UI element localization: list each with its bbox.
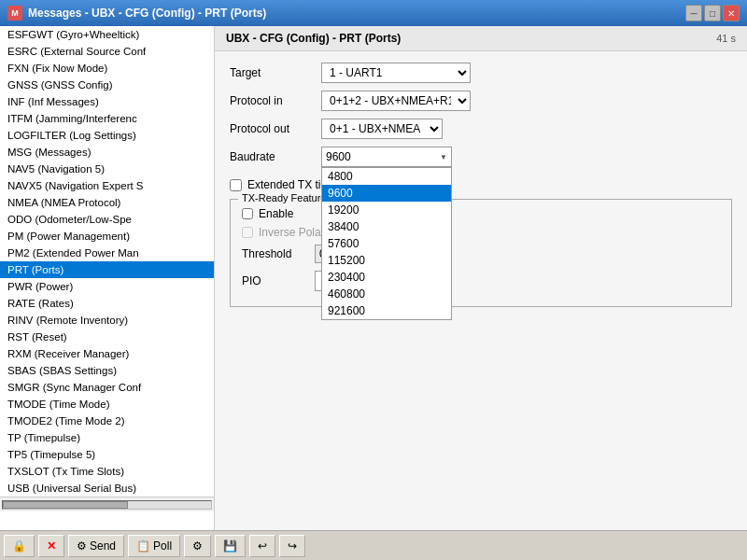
sidebar-item[interactable]: LOGFILTER (Log Settings) xyxy=(0,127,214,144)
sidebar-item[interactable]: RINV (Remote Inventory) xyxy=(0,312,214,329)
poll-label: Poll xyxy=(153,539,172,553)
baudrate-display[interactable]: 9600 ▼ xyxy=(321,147,452,167)
pio-row: PIO 0123 xyxy=(242,271,720,291)
baudrate-dropdown: 4800960019200384005760011520023040046080… xyxy=(321,167,452,320)
sidebar-item[interactable]: USB (Universal Serial Bus) xyxy=(0,480,214,497)
target-select[interactable]: 0 - I2C1 - UART12 - UART23 - USB4 - SPI xyxy=(321,63,471,83)
toolbar-icon3[interactable]: ↩ xyxy=(249,535,275,557)
send-button[interactable]: ⚙ Send xyxy=(68,535,124,557)
protocol-out-select[interactable]: 0 - UBX1 - NMEA0+1 - UBX+NMEA xyxy=(321,119,443,139)
sidebar-item[interactable]: RST (Reset) xyxy=(0,329,214,345)
sidebar-item[interactable]: TMODE (Time Mode) xyxy=(0,396,214,413)
send-icon: ⚙ xyxy=(77,539,87,553)
sidebar-horizontal-scrollbar[interactable] xyxy=(0,497,214,511)
content-header: UBX - CFG (Config) - PRT (Ports) 41 s xyxy=(215,26,747,51)
baudrate-label: Baudrate xyxy=(230,150,314,163)
sidebar-item[interactable]: GNSS (GNSS Config) xyxy=(0,77,214,93)
sidebar-item[interactable]: PM (Power Management) xyxy=(0,228,214,245)
target-row: Target 0 - I2C1 - UART12 - UART23 - USB4… xyxy=(230,63,732,83)
bottom-toolbar: 🔒 ✕ ⚙ Send 📋 Poll ⚙ 💾 ↩ ↪ xyxy=(0,530,747,560)
sidebar-item[interactable]: NAV5 (Navigation 5) xyxy=(0,161,214,177)
sidebar-item[interactable]: TP5 (Timepulse 5) xyxy=(0,446,214,463)
baudrate-option[interactable]: 460800 xyxy=(322,286,451,302)
protocol-out-label: Protocol out xyxy=(230,122,314,135)
sidebar-item[interactable]: ESFGWT (Gyro+Wheeltick) xyxy=(0,26,214,43)
poll-icon: 📋 xyxy=(136,539,150,553)
protocol-out-row: Protocol out 0 - UBX1 - NMEA0+1 - UBX+NM… xyxy=(230,119,732,139)
baudrate-row: Baudrate 9600 ▼ 480096001920038400576001… xyxy=(230,147,732,167)
baudrate-option[interactable]: 115200 xyxy=(322,252,451,269)
target-label: Target xyxy=(230,66,314,79)
sidebar-item[interactable]: TP (Timepulse) xyxy=(0,429,214,446)
save-icon: 💾 xyxy=(223,539,237,553)
sidebar-item[interactable]: INF (Inf Messages) xyxy=(0,93,214,110)
sidebar-item[interactable]: PRT (Ports) xyxy=(0,261,214,278)
form-area: Target 0 - I2C1 - UART12 - UART23 - USB4… xyxy=(215,51,747,530)
sidebar-list: ESFGWT (Gyro+Wheeltick)ESRC (External So… xyxy=(0,26,214,497)
baudrate-option[interactable]: 19200 xyxy=(322,202,451,218)
protocol-in-row: Protocol in 0 - UBX1 - NMEA0+1 - UBX+NME… xyxy=(230,91,732,111)
baudrate-option[interactable]: 4800 xyxy=(322,168,451,185)
poll-button[interactable]: 📋 Poll xyxy=(128,535,180,557)
ext-tx-row: Extended TX timeout (>=FW7.00) xyxy=(230,178,732,191)
config-icon: ⚙ xyxy=(192,539,203,553)
baudrate-option[interactable]: 921600 xyxy=(322,302,451,319)
sidebar: ESFGWT (Gyro+Wheeltick)ESRC (External So… xyxy=(0,26,215,530)
lock-button[interactable]: 🔒 xyxy=(4,535,35,557)
sidebar-item[interactable]: ODO (Odometer/Low-Spe xyxy=(0,211,214,228)
enable-checkbox[interactable] xyxy=(242,208,253,219)
close-button[interactable]: ✕ xyxy=(723,5,740,21)
sidebar-item[interactable]: ITFM (Jamming/Interferenc xyxy=(0,110,214,127)
txready-group: TX-Ready Feature (>=FW7.00) Enable Inver… xyxy=(230,199,732,307)
threshold-label: Threshold xyxy=(242,247,307,260)
title-bar: M Messages - UBX - CFG (Config) - PRT (P… xyxy=(0,0,747,26)
sidebar-item[interactable]: SMGR (Sync Manager Conf xyxy=(0,379,214,396)
pio-label: PIO xyxy=(242,274,307,287)
sidebar-item[interactable]: FXN (Fix Now Mode) xyxy=(0,60,214,77)
sidebar-item[interactable]: PM2 (Extended Power Man xyxy=(0,245,214,261)
window-title: Messages - UBX - CFG (Config) - PRT (Por… xyxy=(28,7,266,20)
lock-icon: 🔒 xyxy=(12,539,26,553)
sidebar-item[interactable]: NMEA (NMEA Protocol) xyxy=(0,194,214,211)
sidebar-item[interactable]: TXSLOT (Tx Time Slots) xyxy=(0,463,214,480)
baudrate-value: 9600 xyxy=(326,150,351,163)
redo-icon: ↪ xyxy=(288,539,297,553)
enable-label: Enable xyxy=(259,207,293,220)
toolbar-icon2[interactable]: 💾 xyxy=(215,535,246,557)
inverse-row: Inverse Polarity (low-active) xyxy=(242,226,720,239)
window-icon: M xyxy=(7,6,22,21)
baudrate-option[interactable]: 230400 xyxy=(322,269,451,286)
toolbar-icon1[interactable]: ⚙ xyxy=(184,535,211,557)
sidebar-item[interactable]: NAVX5 (Navigation Expert S xyxy=(0,177,214,194)
sidebar-item[interactable]: ESRC (External Source Conf xyxy=(0,43,214,60)
sidebar-item[interactable]: TMODE2 (Time Mode 2) xyxy=(0,413,214,429)
cancel-icon: ✕ xyxy=(47,539,56,553)
sidebar-item[interactable]: PWR (Power) xyxy=(0,278,214,295)
ext-tx-checkbox[interactable] xyxy=(230,179,242,191)
baudrate-option[interactable]: 9600 xyxy=(322,185,451,202)
protocol-in-label: Protocol in xyxy=(230,94,314,107)
sidebar-item[interactable]: MSG (Messages) xyxy=(0,144,214,161)
protocol-in-select[interactable]: 0 - UBX1 - NMEA0+1 - UBX+NMEA0+1+2 - UBX… xyxy=(321,91,471,111)
sidebar-item[interactable]: RXM (Receiver Manager) xyxy=(0,345,214,362)
sidebar-item[interactable]: RATE (Rates) xyxy=(0,295,214,312)
undo-icon: ↩ xyxy=(258,539,267,553)
content-title: UBX - CFG (Config) - PRT (Ports) xyxy=(226,32,401,45)
maximize-button[interactable]: □ xyxy=(704,5,721,21)
baudrate-option[interactable]: 57600 xyxy=(322,235,451,252)
toolbar-icon4[interactable]: ↪ xyxy=(279,535,305,557)
baudrate-option[interactable]: 38400 xyxy=(322,218,451,235)
baudrate-container: 9600 ▼ 480096001920038400576001152002304… xyxy=(321,147,452,167)
threshold-row: Threshold xyxy=(242,245,720,263)
inverse-checkbox[interactable] xyxy=(242,227,253,238)
minimize-button[interactable]: ─ xyxy=(685,5,702,21)
content-area: UBX - CFG (Config) - PRT (Ports) 41 s Ta… xyxy=(215,26,747,530)
enable-row: Enable xyxy=(242,207,720,220)
cancel-button[interactable]: ✕ xyxy=(38,535,64,557)
baudrate-dropdown-arrow: ▼ xyxy=(440,153,447,161)
content-timer: 41 s xyxy=(716,33,736,44)
send-label: Send xyxy=(90,539,116,553)
sidebar-item[interactable]: SBAS (SBAS Settings) xyxy=(0,362,214,379)
